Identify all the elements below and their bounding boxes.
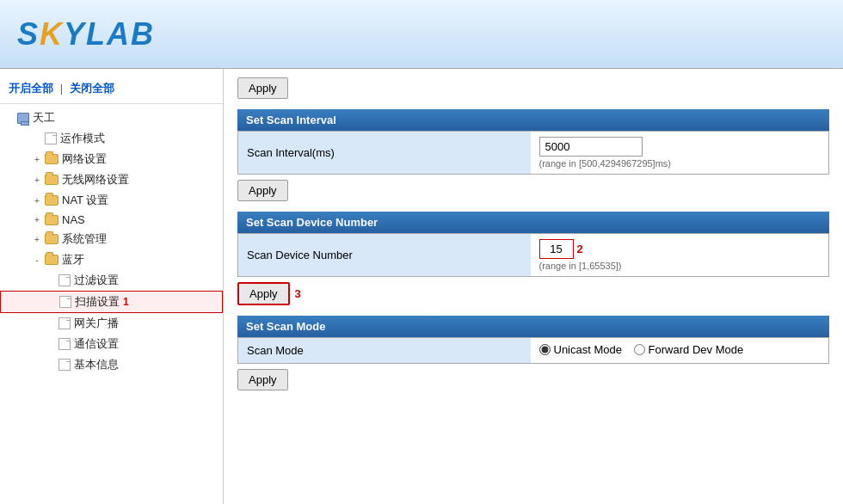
top-apply-row: Apply xyxy=(237,77,829,99)
scan-device-number-apply-button[interactable]: Apply xyxy=(237,282,290,305)
folder-icon xyxy=(45,234,58,244)
expand-icon xyxy=(45,274,57,286)
expand-icon xyxy=(45,359,57,371)
sidebar-item-filter[interactable]: 过滤设置 xyxy=(0,270,223,291)
error-badge-3: 3 xyxy=(295,287,301,300)
scan-interval-value-cell: (range in [500,4294967295]ms) xyxy=(531,132,829,175)
scan-mode-value-cell: Unicast Mode Forward Dev Mode xyxy=(531,338,829,364)
sidebar-item-label: 过滤设置 xyxy=(74,273,119,288)
sidebar-item-scan-settings[interactable]: 扫描设置 1 xyxy=(0,291,223,313)
close-all-link[interactable]: 关闭全部 xyxy=(70,82,114,95)
scan-interval-apply-button[interactable]: Apply xyxy=(237,180,288,201)
sidebar-item-sysmanage[interactable]: + 系统管理 xyxy=(0,229,223,249)
scan-device-number-value-cell: 2 (range in [1,65535]) xyxy=(531,234,829,277)
scan-mode-label: Scan Mode xyxy=(238,338,531,364)
scan-device-number-apply-row: Apply 3 xyxy=(237,282,829,305)
sidebar-item-label: NAS xyxy=(62,213,85,226)
sidebar-item-label: 天工 xyxy=(33,110,55,126)
sidebar-item-label: 通信设置 xyxy=(74,336,119,352)
page-icon xyxy=(58,338,71,350)
sidebar-item-operation-mode[interactable]: 运作模式 xyxy=(0,128,223,149)
content-area: Apply Set Scan Interval Scan Interval(ms… xyxy=(224,69,843,504)
sidebar-item-label: NAT 设置 xyxy=(62,193,108,208)
forward-dev-mode-label: Forward Dev Mode xyxy=(649,343,744,356)
expand-icon xyxy=(46,296,58,308)
scan-interval-section-header: Set Scan Interval xyxy=(237,109,829,131)
page-icon xyxy=(45,132,57,144)
badge-1: 1 xyxy=(123,296,129,308)
computer-icon xyxy=(17,113,29,124)
expand-icon xyxy=(45,317,57,329)
sidebar-item-label: 系统管理 xyxy=(62,231,107,247)
scan-device-number-range: (range in [1,65535]) xyxy=(539,261,821,271)
unicast-mode-option[interactable]: Unicast Mode xyxy=(539,343,622,356)
sidebar-item-gateway-broadcast[interactable]: 网关广播 xyxy=(0,313,223,334)
scan-mode-row: Scan Mode Unicast Mode Forward Dev Mode xyxy=(238,338,829,364)
scan-interval-range: (range in [500,4294967295]ms) xyxy=(539,158,821,169)
sidebar-item-network[interactable]: + 网络设置 xyxy=(0,149,223,169)
expand-icon: + xyxy=(31,233,43,245)
unicast-mode-label: Unicast Mode xyxy=(554,343,622,356)
scan-mode-table: Scan Mode Unicast Mode Forward Dev Mode xyxy=(237,337,829,364)
scan-interval-row: Scan Interval(ms) (range in [500,4294967… xyxy=(238,132,829,175)
page-icon xyxy=(58,317,71,329)
sidebar-item-label: 运作模式 xyxy=(60,131,105,146)
main-layout: 开启全部 | 关闭全部 天工 运作模式 + 网络设置 + 无线网络设置 + NA… xyxy=(0,69,843,504)
scan-mode-section-header: Set Scan Mode xyxy=(237,316,829,337)
scan-device-number-label: Scan Device Number xyxy=(238,234,531,277)
sidebar-item-label: 网关广播 xyxy=(74,316,119,331)
unicast-mode-radio[interactable] xyxy=(539,344,551,355)
scan-interval-apply-row: Apply xyxy=(237,180,829,201)
sidebar-item-label: 网络设置 xyxy=(62,151,107,167)
expand-icon: + xyxy=(31,214,43,226)
sidebar-item-tiangong[interactable]: 天工 xyxy=(0,108,223,128)
folder-icon xyxy=(45,255,58,265)
header: SKYLAB xyxy=(0,0,843,69)
open-all-link[interactable]: 开启全部 xyxy=(9,82,53,95)
scan-device-number-row: Scan Device Number 2 (range in [1,65535]… xyxy=(238,234,829,277)
expand-icon: + xyxy=(31,194,43,206)
expand-icon: - xyxy=(31,254,43,266)
scan-mode-apply-button[interactable]: Apply xyxy=(237,369,288,390)
scan-device-number-table: Scan Device Number 2 (range in [1,65535]… xyxy=(237,233,829,277)
page-icon xyxy=(59,296,71,308)
scan-device-number-section-header: Set Scan Device Number xyxy=(237,212,829,233)
top-apply-button[interactable]: Apply xyxy=(237,77,288,99)
sidebar-top-controls: 开启全部 | 关闭全部 xyxy=(0,76,223,104)
scan-device-number-input[interactable] xyxy=(539,239,574,259)
folder-icon xyxy=(45,215,58,225)
sidebar-item-label: 基本信息 xyxy=(74,357,119,372)
page-icon xyxy=(58,274,71,286)
sidebar-item-nat[interactable]: + NAT 设置 xyxy=(0,190,223,211)
error-number-2: 2 xyxy=(577,243,583,255)
logo: SKYLAB xyxy=(17,16,155,52)
folder-icon xyxy=(45,154,58,164)
logo-text: SKYLAB xyxy=(17,16,155,52)
scan-interval-input[interactable] xyxy=(539,137,643,157)
expand-icon xyxy=(31,132,43,144)
sidebar-item-comm-settings[interactable]: 通信设置 xyxy=(0,334,223,354)
expand-icon xyxy=(45,338,57,350)
scan-interval-table: Scan Interval(ms) (range in [500,4294967… xyxy=(237,131,829,175)
scan-device-number-inputs: 2 xyxy=(539,239,821,259)
page-icon xyxy=(58,359,71,371)
folder-icon xyxy=(45,195,58,206)
sidebar-item-wireless[interactable]: + 无线网络设置 xyxy=(0,169,223,190)
scan-interval-label: Scan Interval(ms) xyxy=(238,132,531,175)
sidebar-item-basic-info[interactable]: 基本信息 xyxy=(0,354,223,375)
sidebar-item-label: 蓝牙 xyxy=(62,252,84,267)
sidebar-item-bluetooth[interactable]: - 蓝牙 xyxy=(0,249,223,270)
forward-dev-mode-option[interactable]: Forward Dev Mode xyxy=(634,343,744,356)
sidebar: 开启全部 | 关闭全部 天工 运作模式 + 网络设置 + 无线网络设置 + NA… xyxy=(0,69,224,504)
scan-mode-apply-row: Apply xyxy=(237,369,829,390)
forward-dev-mode-radio[interactable] xyxy=(634,344,645,355)
sidebar-item-nas[interactable]: + NAS xyxy=(0,211,223,229)
folder-icon xyxy=(45,175,58,185)
sidebar-item-label: 无线网络设置 xyxy=(62,172,129,187)
sidebar-item-label: 扫描设置 xyxy=(75,294,120,310)
expand-icon: + xyxy=(31,153,43,165)
expand-icon: + xyxy=(31,174,43,186)
